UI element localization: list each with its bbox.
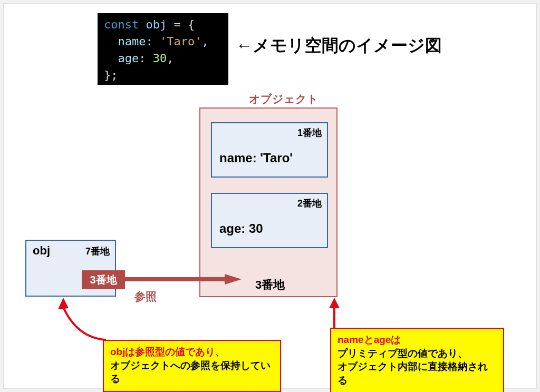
note1-line2: オブジェクトへの参照を保持している	[110, 359, 274, 386]
property-addr-1: 1番地	[297, 126, 322, 139]
svg-marker-3	[329, 298, 340, 308]
code-block: const obj = { name: 'Taro', age: 30, };	[98, 13, 228, 85]
variable-addr: 7番地	[85, 245, 110, 258]
object-addr: 3番地	[255, 277, 285, 293]
code-brace-open: {	[188, 18, 195, 31]
property-box-age: 2番地 age: 30	[211, 193, 328, 248]
code-brace-close: };	[104, 68, 118, 82]
note-reference-type: objは参照型の値であり、 オブジェクトへの参照を保持している	[103, 340, 281, 392]
code-colon2: :	[139, 52, 153, 65]
code-prop-age: age	[118, 52, 139, 65]
note2-line1: nameとageは	[338, 333, 497, 347]
code-str: 'Taro'	[160, 35, 201, 48]
object-label: オブジェクト	[249, 92, 319, 106]
callout-arrow-right-icon	[322, 297, 343, 330]
diagram-canvas: const obj = { name: 'Taro', age: 30, }; …	[3, 3, 537, 389]
note2-line2: プリミティブ型の値であり、	[338, 347, 497, 360]
reference-chip: 3番地	[82, 270, 125, 289]
property-addr-2: 2番地	[297, 197, 322, 210]
code-num: 30	[153, 52, 167, 65]
code-comma2: ,	[167, 52, 173, 65]
diagram-title: ←メモリ空間のイメージ図	[236, 34, 442, 57]
code-var: obj	[146, 18, 167, 31]
variable-name: obj	[33, 244, 50, 258]
code-prop-name: name	[118, 35, 146, 48]
note2-line3: オブジェクト内部に直接格納される	[338, 360, 497, 387]
property-value-1: name: 'Taro'	[219, 151, 293, 165]
property-value-2: age: 30	[219, 221, 263, 236]
note-primitive-type: nameとageは プリミティブ型の値であり、 オブジェクト内部に直接格納される	[330, 328, 504, 392]
code-eq: =	[167, 18, 188, 31]
note1-line1: objは参照型の値であり、	[110, 345, 274, 359]
svg-marker-2	[58, 298, 69, 309]
object-box: 1番地 name: 'Taro' 2番地 age: 30 3番地	[199, 107, 338, 297]
code-comma1: ,	[201, 35, 208, 48]
code-keyword: const	[104, 18, 139, 31]
reference-label: 参照	[134, 289, 157, 304]
variable-box: obj 7番地 3番地	[25, 240, 116, 297]
callout-arrow-left-icon	[56, 297, 114, 342]
code-colon1: :	[146, 35, 160, 48]
property-box-name: 1番地 name: 'Taro'	[211, 122, 328, 178]
